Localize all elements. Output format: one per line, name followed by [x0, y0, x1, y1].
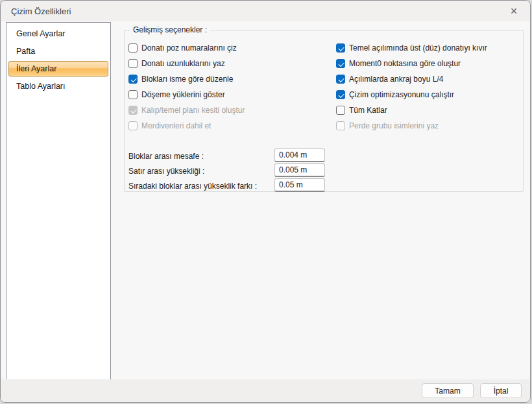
- field-label: Bloklar arası mesafe :: [128, 152, 204, 161]
- checkbox-tum-katlar[interactable]: Tüm Katlar: [336, 106, 487, 115]
- checkbox-label: Çizim optimizasyonunu çalıştır: [349, 90, 454, 99]
- checkbox-box: [128, 43, 138, 53]
- dialog-body: Genel Ayarlar Pafta İleri Ayarlar Tablo …: [1, 21, 530, 382]
- checkbox-donati-poz-numaralarini-ciz[interactable]: Donatı poz numaralarını çiz: [128, 43, 336, 53]
- checkbox-column-right: Temel açılımında üst (düz) donatıyı kıvı…: [336, 43, 487, 137]
- checkbox-label: Merdivenleri dahil et: [141, 121, 211, 130]
- field-label: Satır arası yüksekliği :: [128, 167, 204, 176]
- checkbox-box: [336, 43, 345, 53]
- checkbox-label: Açılımlarda ankraj boyu L/4: [349, 75, 443, 84]
- checkbox-merdivenleri-dahil-et: Merdivenleri dahil et: [128, 121, 336, 130]
- checkbox-label: Perde grubu isimlerini yaz: [349, 121, 439, 130]
- checkbox-column-left: Donatı poz numaralarını çiz Donatı uzunl…: [128, 43, 336, 137]
- checkbox-kalip-temel-plani-kesiti-olustur: Kalıp/temel planı kesiti oluştur: [128, 106, 336, 115]
- checkbox-box: [336, 121, 345, 130]
- checkbox-label: Donatı uzunluklarını yaz: [141, 59, 225, 68]
- checkbox-box: [128, 121, 138, 130]
- checkbox-perde-grubu-isimlerini-yaz: Perde grubu isimlerini yaz: [336, 121, 487, 130]
- window-title: Çizim Özellikleri: [11, 6, 504, 16]
- footer: Tamam İptal: [1, 379, 530, 402]
- checkbox-box: [128, 90, 138, 99]
- field-siradaki-bloklar-yukseklik-farki: Sıradaki bloklar arası yükseklik farkı :: [128, 178, 519, 193]
- sidebar-item-genel-ayarlar[interactable]: Genel Ayarlar: [8, 26, 108, 42]
- checkbox-box: [336, 75, 345, 84]
- sidebar-item-pafta[interactable]: Pafta: [8, 43, 108, 59]
- sidebar-item-label: Tablo Ayarları: [16, 82, 66, 91]
- siradaki-bloklar-yukseklik-farki-input[interactable]: [274, 178, 325, 192]
- checkbox-cizim-optimizasyonunu-calistir[interactable]: Çizim optimizasyonunu çalıştır: [336, 90, 487, 99]
- checkbox-columns: Donatı poz numaralarını çiz Donatı uzunl…: [128, 43, 519, 137]
- drawing-properties-dialog: Çizim Özellikleri × Genel Ayarlar Pafta …: [0, 0, 531, 403]
- sidebar-item-label: Pafta: [16, 47, 35, 56]
- checkbox-box: [336, 106, 345, 115]
- sidebar-item-label: Genel Ayarlar: [16, 29, 66, 38]
- bloklar-arasi-mesafe-input[interactable]: [274, 149, 325, 162]
- ok-button[interactable]: Tamam: [422, 383, 474, 398]
- checkbox-label: Döşeme yüklerini göster: [141, 90, 225, 99]
- field-bloklar-arasi-mesafe: Bloklar arası mesafe :: [128, 149, 519, 163]
- advanced-options-groupbox: Gelişmiş seçenekler : Donatı poz numaral…: [124, 30, 524, 192]
- checkbox-label: Blokları isme göre düzenle: [141, 75, 233, 84]
- satir-arasi-yuksekligi-input[interactable]: [274, 163, 325, 177]
- checkbox-label: Tüm Katlar: [349, 106, 387, 115]
- checkbox-box: [336, 59, 345, 68]
- checkbox-temel-acilimda-ust-donatiyi-kivir[interactable]: Temel açılımında üst (düz) donatıyı kıvı…: [336, 43, 487, 53]
- checkbox-doseme-yuklerini-goster[interactable]: Döşeme yüklerini göster: [128, 90, 336, 99]
- checkbox-donati-uzunluklarini-yaz[interactable]: Donatı uzunluklarını yaz: [128, 59, 336, 68]
- sidebar: Genel Ayarlar Pafta İleri Ayarlar Tablo …: [6, 22, 111, 381]
- checkbox-moment0-noktasina-gore-olustur[interactable]: Moment0 noktasına göre oluştur: [336, 59, 487, 68]
- checkbox-box: [128, 75, 138, 84]
- checkbox-box: [128, 106, 138, 115]
- checkbox-label: Kalıp/temel planı kesiti oluştur: [141, 106, 245, 115]
- field-label: Sıradaki bloklar arası yükseklik farkı :: [128, 182, 257, 191]
- sidebar-item-ileri-ayarlar[interactable]: İleri Ayarlar: [8, 61, 108, 77]
- sidebar-item-label: İleri Ayarlar: [16, 64, 56, 73]
- spacing-fields: Bloklar arası mesafe : Satır arası yükse…: [128, 149, 519, 193]
- checkbox-label: Moment0 noktasına göre oluştur: [349, 59, 461, 68]
- checkbox-bloklari-isme-gore-duzenle[interactable]: Blokları isme göre düzenle: [128, 75, 336, 84]
- close-icon[interactable]: ×: [504, 3, 524, 19]
- checkbox-box: [128, 59, 138, 68]
- groupbox-title: Gelişmiş seçenekler :: [130, 25, 210, 34]
- titlebar: Çizim Özellikleri ×: [1, 1, 530, 21]
- sidebar-item-tablo-ayarlari[interactable]: Tablo Ayarları: [8, 78, 108, 94]
- checkbox-label: Temel açılımında üst (düz) donatıyı kıvı…: [349, 43, 487, 53]
- checkbox-acilimlarda-ankraj-boyu[interactable]: Açılımlarda ankraj boyu L/4: [336, 75, 487, 84]
- field-satir-arasi-yuksekligi: Satır arası yüksekliği :: [128, 163, 519, 178]
- cancel-button[interactable]: İptal: [480, 383, 522, 398]
- checkbox-box: [336, 90, 345, 99]
- checkbox-label: Donatı poz numaralarını çiz: [141, 43, 237, 53]
